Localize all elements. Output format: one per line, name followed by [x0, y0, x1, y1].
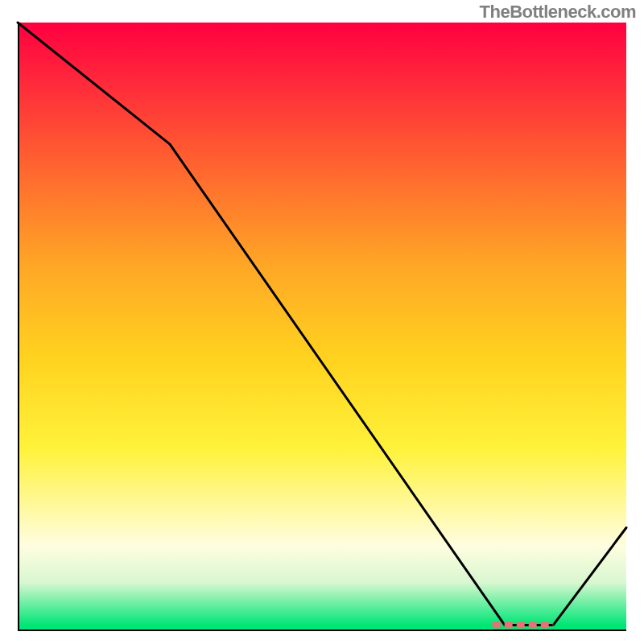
- chart-area: [18, 23, 626, 631]
- bottleneck-curve: [18, 23, 626, 625]
- chart-canvas: TheBottleneck.com: [0, 0, 644, 644]
- attribution-label: TheBottleneck.com: [480, 2, 636, 23]
- chart-svg-overlay: [18, 23, 626, 631]
